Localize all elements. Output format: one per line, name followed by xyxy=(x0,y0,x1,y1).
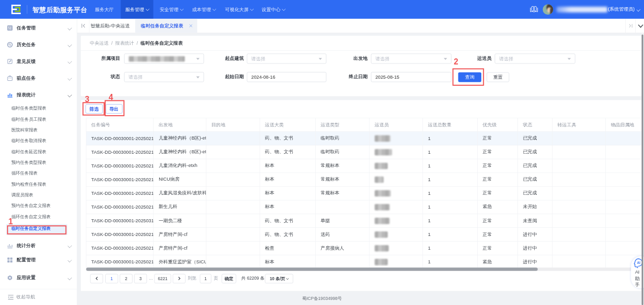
svg-text:AI: AI xyxy=(637,261,640,264)
